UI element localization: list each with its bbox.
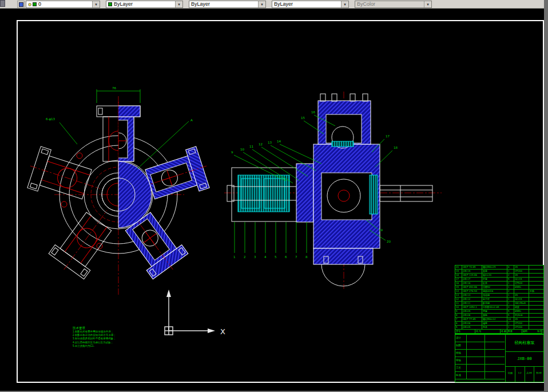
layers-icon[interactable] [17, 1, 25, 8]
cell-item-no: 20 [455, 266, 462, 270]
callout-label: 6 [285, 255, 287, 259]
callout-label: 17 [386, 134, 390, 138]
cell-code: JXB-11 [462, 302, 482, 306]
cell-remark [529, 318, 543, 322]
cell-code: JXB-17 [462, 278, 482, 282]
cell-item-no: 18 [455, 274, 462, 278]
cell-remark [529, 326, 543, 330]
cell-name: 缸体 [482, 282, 507, 286]
bolt-hole [77, 153, 82, 159]
bolt-note-label: 6-φ13 [46, 117, 55, 121]
linetype-combo-value: ByLayer [191, 1, 210, 7]
column-header: 名 称 [501, 330, 507, 334]
cell-qty: 1 [507, 294, 514, 298]
signature-label: 批准 [455, 372, 467, 379]
signature-rows: 设计 制图 校核 审核 工艺 [455, 335, 506, 382]
cell-name: 壳体 [482, 326, 507, 330]
table-row: 17 JXB-17 柱塞 5 GCr15 [455, 278, 543, 282]
bolt [350, 94, 355, 101]
output-shaft [380, 185, 432, 201]
note-line: 3.各结合面及密封处不得有渗漏现象； [73, 337, 118, 340]
cell-qty: 5 [507, 310, 514, 314]
chevron-down-icon: ▾ [424, 1, 431, 7]
note-line: 5.未注倒角均为C1。 [73, 345, 118, 348]
table-row: 6 JXB-06 端盖 1 HT200 [455, 322, 543, 326]
cell-item-no: 15 [455, 286, 462, 290]
table-row: 9 JXB-09 弹簧 5 65Mn [455, 310, 543, 314]
chevron-down-icon[interactable]: ▾ [175, 1, 182, 7]
bolt [320, 94, 325, 101]
spline-assembly [238, 175, 289, 212]
chevron-down-icon[interactable]: ▾ [258, 1, 265, 7]
cell-code: JXB-08 [462, 314, 482, 318]
chevron-down-icon[interactable]: ▾ [92, 1, 100, 7]
callout-label: 10 [240, 148, 244, 151]
cell-name: 滑靴 [482, 314, 507, 318]
table-header-row: 序号 代 号 名 称 数量 材料 备注 [455, 330, 543, 334]
cell-code: GB/T 893-86 [462, 286, 482, 290]
callout-label: 12 [259, 142, 263, 146]
table-row: 7 GB/T 77-85 螺钉M6×12 10 35 [455, 318, 543, 322]
table-row: 18 GB/T 119-86 销4×20 2 35 [455, 274, 543, 278]
cell-name: 轴承6206 [482, 290, 507, 294]
cell-remark [529, 298, 543, 302]
cell-code: JXB-05 [462, 326, 482, 330]
callout-label: 13 [268, 141, 272, 144]
cell-qty: 5 [507, 314, 514, 318]
signature-label: 审核 [455, 357, 467, 365]
cell-name: 泵盖 [482, 270, 507, 274]
callout-label: 9 [231, 151, 233, 154]
cell-qty: 1 [507, 322, 514, 326]
cell-name: 销4×20 [482, 274, 507, 278]
cell-material: 45 [514, 294, 529, 298]
layer-combo[interactable]: 0 ▾ [26, 1, 100, 8]
table-row: 14 GB/T 276-94 轴承6206 2 外购 [455, 290, 543, 294]
cell-item-no: 16 [455, 282, 462, 286]
cell-remark [529, 266, 543, 270]
callout-label: 11 [249, 145, 253, 148]
cell-material: 35 [514, 274, 529, 278]
cell-qty: 1 [507, 326, 514, 330]
cell-material: ZQSn6 [514, 314, 529, 318]
cell-qty: 1 [507, 282, 514, 286]
cell-item-no: 12 [455, 298, 462, 302]
callout-label: 1 [233, 255, 236, 259]
color-combo[interactable]: ByLayer ▾ [106, 1, 183, 8]
layer-color-swatch [33, 2, 37, 6]
layer-combo-value: 0 [38, 1, 41, 7]
cell-material: GCr15 [514, 298, 529, 302]
cell-name: 挡圈52 [482, 286, 507, 290]
title-block-right: 径向柱塞泵 JXB-00 比例 1:2 共1张 第1张 [506, 335, 543, 382]
lineweight-combo[interactable]: ByLayer ▾ [272, 1, 349, 8]
signature-name-cell [467, 335, 485, 342]
signature-date-cell [485, 365, 505, 372]
cell-name: 弹簧 [482, 310, 507, 314]
callout-label: 14 [277, 140, 281, 143]
chevron-down-icon[interactable]: ▾ [341, 1, 348, 7]
cell-qty: 4 [507, 306, 514, 310]
bearing [370, 175, 378, 214]
bottom-cover-section [313, 248, 373, 264]
cell-item-no: 6 [455, 322, 462, 326]
cell-qty: 6 [507, 266, 514, 270]
callout-label: 8 [305, 255, 308, 259]
linetype-combo[interactable]: ByLayer ▾ [189, 1, 266, 8]
cell-qty: 2 [507, 290, 514, 294]
cell-item-no: 17 [455, 278, 462, 282]
layer-state-icon [28, 3, 31, 6]
cell-remark [529, 314, 543, 318]
cell-remark [529, 282, 543, 286]
cell-qty: 2 [507, 274, 514, 278]
ucs-x-axis-label: X [220, 327, 225, 336]
window-menu-icon[interactable] [0, 0, 5, 7]
table-row: 12 JXB-12 定子环 1 GCr15 [455, 298, 543, 302]
cell-material: 65Mn [514, 286, 529, 290]
column-header: 序号 [455, 330, 475, 334]
signature-date-cell [485, 357, 505, 365]
cell-material: HT200 [514, 326, 529, 330]
section-label: A [190, 118, 193, 122]
signature-label: 设计 [455, 335, 467, 342]
cell-qty: 1 [507, 302, 514, 306]
cell-code: JXB-12 [462, 298, 482, 302]
right-view: 1 2 3 4 5 6 7 8 9 10 11 12 13 14 15 16 [224, 92, 442, 289]
